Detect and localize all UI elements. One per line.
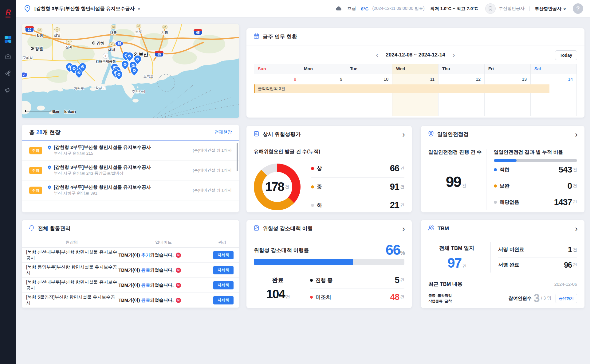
svg-text:김해국제공항: 김해국제공항	[96, 60, 116, 63]
detail-button[interactable]: 자세히	[213, 296, 234, 304]
caution-badge: 주의	[29, 187, 42, 194]
signature-complete-value: 96	[564, 261, 572, 269]
chevron-down-icon: ∨	[137, 7, 141, 11]
calendar-event-bar[interactable]: 굴착작업외 3건	[254, 84, 549, 93]
list-scrollbar[interactable]	[237, 143, 238, 171]
weather-range: 최저 1.0°C ~ 최고 7.0°C	[430, 6, 478, 12]
cloud-icon	[335, 6, 343, 12]
chevron-right-icon[interactable]: ›	[575, 130, 578, 138]
prev-week-button[interactable]: ‹	[375, 51, 380, 59]
svg-text:65: 65	[196, 31, 200, 34]
legend-row-inprogress: 진행 중 5건	[310, 272, 404, 289]
update-action-link[interactable]: 완료	[141, 283, 150, 288]
avatar[interactable]	[485, 3, 496, 14]
sidebar: R	[0, 0, 16, 364]
new-badge: N	[176, 253, 181, 258]
svg-text:JC: JC	[111, 43, 113, 45]
panel-title: 위험성 감소대책 이행	[263, 225, 313, 232]
high-dot	[311, 167, 314, 170]
sidebar-item-site[interactable]	[4, 52, 12, 60]
new-badge: N	[176, 298, 181, 303]
sidebar-item-monitoring[interactable]	[4, 70, 12, 77]
unresolved-dot	[310, 296, 313, 299]
daily-ratio-label: 일일안전점검 결과 별 누적 비율	[494, 149, 577, 156]
people-icon	[428, 225, 435, 232]
svg-text:진례: 진례	[65, 45, 72, 49]
site-list-item[interactable]: 주의 [감천항 3부두]부산항 항만시설물 유지보수공사 부산 서구 원양로 2…	[22, 161, 239, 180]
svg-text:노포: 노포	[135, 30, 142, 33]
site-company: (주)대아건설 외 1개사	[193, 188, 232, 193]
map-pin-icon	[47, 145, 52, 150]
legend-row-low: 하 21건	[311, 196, 404, 212]
today-button[interactable]: Today	[555, 50, 577, 60]
update-action-link[interactable]: 완료	[141, 268, 150, 273]
svg-text:가덕도: 가덕도	[74, 87, 84, 90]
panel-title: 전체 활동관리	[38, 225, 71, 232]
update-action-link[interactable]: 추가	[141, 253, 150, 258]
dashboard-grid-icon	[5, 36, 11, 43]
site-list-item[interactable]: 주의 [감천항 2부두]부산항 항만시설물 유지보수공사 부산 서구 원양로 2…	[22, 141, 239, 161]
new-badge: N	[176, 268, 181, 273]
risk-reduction-panel: 위험성 감소대책 이행 › 위험성 감소대책 이행률 66% 완료 104건 진…	[246, 220, 412, 308]
org-selector[interactable]: 부산항만공사 ∨	[535, 6, 566, 12]
map-panel[interactable]: JC창원 JC진영 JC진례 JC대동 JC대저 JC노포 JC기장 창원 김해…	[22, 24, 239, 118]
svg-text:35: 35	[117, 42, 121, 45]
tbm-panel: TBM › 전체 TBM 일지 97건 서명 미완료 1건 서명 완료 96건 …	[421, 220, 584, 308]
site-list-item[interactable]: 주의 [감천항 4부두]부산항 항만시설물 유지보수공사 부산 사하구 원양로 …	[22, 180, 239, 200]
shield-check-icon	[428, 130, 434, 138]
view-all-sites-link[interactable]: 전체현장	[214, 130, 232, 135]
low-value: 21	[390, 200, 399, 210]
svg-text:대동: 대동	[110, 31, 117, 34]
site-company: (주)대아건설 외 1개사	[193, 148, 232, 153]
unresolved-value: 48	[390, 292, 399, 302]
detail-button[interactable]: 자세히	[213, 281, 234, 289]
svg-text:✈: ✈	[104, 54, 107, 58]
caution-badge: 주의	[29, 167, 42, 174]
legend-row-pass: 적합 543건	[494, 162, 577, 178]
risk-assessment-panel: 상시 위험성평가 › 유해위험요인 발굴 건 수(누적) 178건 상 66건 …	[246, 126, 412, 212]
help-button[interactable]: ?	[573, 3, 583, 14]
detail-button[interactable]: 자세히	[213, 251, 234, 259]
activity-update: TBM가(이) 완료되었습니다.N	[118, 267, 213, 273]
calendar-check-icon	[253, 33, 260, 41]
site-total: 총 28개 현장	[29, 129, 61, 136]
map-pin-icon	[47, 165, 52, 170]
chevron-right-icon[interactable]: ›	[402, 225, 405, 233]
weather-condition: 흐림	[347, 6, 356, 11]
activity-update: TBM가(이) 추가되었습니다.N	[118, 252, 213, 258]
recent-tbm-date: 2024-12-06	[554, 282, 577, 287]
reduction-progress-bar	[254, 259, 404, 265]
kakao-map[interactable]: JC창원 JC진영 JC진례 JC대동 JC대저 JC노포 JC기장 창원 김해…	[22, 24, 239, 118]
completed-block: 완료 104건	[254, 274, 302, 303]
activity-management-panel: 전체 활동관리 현장명 업데이트 관리 [북항 신선대부두]부산항 항만시설물 …	[22, 220, 239, 308]
svg-text:JC: JC	[38, 29, 41, 31]
fix-value: 0	[567, 181, 572, 191]
sidebar-item-dashboard[interactable]	[4, 36, 12, 43]
share-button[interactable]: 공유하기	[556, 294, 577, 303]
inprogress-value: 5	[395, 275, 399, 285]
svg-text:창원: 창원	[35, 46, 43, 51]
participants-label: 참여인원수	[509, 296, 532, 301]
site-address: 부산 서구 원양로 243 동양글로벌냉장	[47, 171, 124, 176]
table-row: [북항 동명부두]부산항 항만시설물 유지보수공사 TBM가(이) 완료되었습니…	[22, 263, 239, 278]
update-action-link[interactable]: 완료	[141, 298, 150, 303]
daily-progress-bar	[494, 159, 577, 162]
site-company: (주)대아건설 외 1개사	[193, 168, 232, 173]
kakao-logo: kakao	[64, 109, 76, 114]
risk-total: 178	[265, 180, 284, 194]
svg-text:창원: 창원	[36, 34, 43, 37]
week-grid: Sun 8 Mon 9 Tue 10 Wed 11 Thu 12 Fri 13	[254, 64, 577, 116]
panel-title: 상시 위험성평가	[263, 131, 301, 138]
inprogress-dot	[310, 279, 313, 282]
chevron-right-icon[interactable]: ›	[575, 225, 578, 233]
reduction-rate-value: 66%	[386, 242, 404, 258]
site-selector[interactable]: [감천항 3부두]부산항 항만시설물 유지보수공사 ∨	[23, 5, 140, 13]
map-pin-icon	[47, 185, 52, 190]
sidebar-item-broadcast[interactable]	[4, 87, 12, 94]
detail-button[interactable]: 자세히	[213, 266, 234, 274]
chevron-right-icon[interactable]: ›	[402, 130, 405, 138]
chevron-down-icon: ∨	[563, 7, 567, 11]
svg-text:대저: 대저	[108, 48, 115, 52]
next-week-button[interactable]: ›	[451, 51, 456, 59]
bell-icon	[29, 225, 35, 232]
